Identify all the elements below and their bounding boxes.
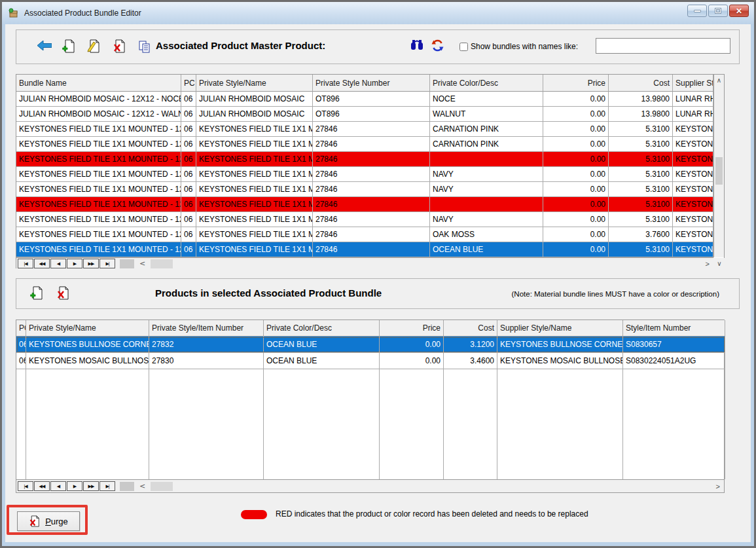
grid-cell: 0.00 — [543, 182, 609, 197]
column-header[interactable]: Private Style/Item Number — [149, 320, 264, 337]
nav-prev-fast-button[interactable]: ◀◀ — [34, 259, 50, 268]
scroll-left-icon[interactable]: < — [139, 482, 145, 490]
column-header[interactable]: Bundle Name — [16, 75, 181, 92]
grid-cell: 3.7600 — [609, 227, 673, 242]
table-row[interactable]: KEYSTONES FIELD TILE 1X1 MOUNTED - 12X12… — [16, 227, 713, 242]
grid-cell: 06 — [181, 227, 196, 242]
nav-last-button[interactable]: ▶| — [99, 481, 115, 491]
scrollbar-thumb[interactable] — [151, 259, 173, 268]
grid-cell: KEYSTONES FIELD TILE 1X1 MOU — [196, 167, 313, 182]
grid-cell: KEYSTONES — [673, 167, 713, 182]
grid-cell: 27830 — [149, 353, 264, 369]
column-header[interactable]: Price — [543, 75, 609, 92]
table-row[interactable]: KEYSTONES FIELD TILE 1X1 MOUNTED - 12X12… — [16, 152, 713, 167]
grid-cell — [149, 369, 264, 479]
add-record-icon[interactable] — [30, 286, 43, 301]
maximize-button[interactable] — [708, 5, 728, 17]
nav-prev-button[interactable]: ◀ — [50, 481, 66, 491]
column-header[interactable]: Supplier St — [673, 75, 713, 92]
grid-cell: 06 — [181, 182, 196, 197]
window-title: Associated Product Bundle Editor — [24, 9, 141, 18]
vertical-scrollbar[interactable]: ∧ — [713, 75, 724, 257]
grid-cell: 27846 — [313, 182, 430, 197]
back-icon[interactable] — [37, 41, 52, 50]
grid-cell: 06 — [181, 197, 196, 212]
purge-button[interactable]: Purge — [17, 511, 80, 531]
column-header[interactable]: Style/Item Number — [623, 320, 725, 337]
column-header[interactable]: PC — [181, 75, 196, 92]
table-row[interactable]: KEYSTONES FIELD TILE 1X1 MOUNTED - 12X12… — [16, 167, 713, 182]
nav-last-button[interactable]: ▶| — [99, 259, 115, 268]
grid-cell: S0830657 — [623, 337, 725, 353]
filter-checkbox-group: Show bundles with names like: — [459, 42, 578, 51]
grid-cell: CARNATION PINK — [430, 137, 543, 152]
master-toolbar: Associated Product Master Product: — [16, 29, 740, 64]
table-row[interactable]: 06KEYSTONES MOSAIC BULLNOSE 227830OCEAN … — [16, 353, 725, 369]
column-header[interactable]: PC — [16, 320, 26, 337]
refresh-icon[interactable] — [431, 39, 444, 52]
grid-cell: 3.4600 — [444, 353, 497, 369]
minimize-icon — [694, 10, 701, 12]
column-header[interactable]: Private Color/Desc — [264, 320, 380, 337]
table-row[interactable]: 06KEYSTONES BULLNOSE CORNER -27832OCEAN … — [16, 337, 725, 353]
grid-cell: KEYSTONES FIELD TILE 1X1 MOUNTED - 12X12 — [16, 137, 181, 152]
column-header[interactable]: Private Style/Name — [196, 75, 313, 92]
show-bundles-checkbox[interactable] — [459, 43, 468, 51]
column-header[interactable]: Cost — [609, 75, 673, 92]
grid-cell: 13.9800 — [609, 107, 673, 122]
minimize-button[interactable] — [687, 5, 707, 17]
bundle-name-filter-input[interactable] — [596, 38, 730, 54]
grid-cell: 13.9800 — [609, 92, 673, 107]
table-row[interactable]: KEYSTONES FIELD TILE 1X1 MOUNTED - 12X12… — [16, 182, 713, 197]
column-header[interactable]: Private Style Number — [313, 75, 430, 92]
grid-cell: 06 — [181, 137, 196, 152]
nav-next-button[interactable]: ▶ — [67, 259, 82, 268]
scrollbar-track[interactable] — [120, 482, 134, 491]
delete-record-icon[interactable] — [113, 39, 126, 54]
titlebar[interactable]: Associated Product Bundle Editor ✕ — [2, 2, 754, 24]
delete-record-icon[interactable] — [56, 286, 69, 301]
nav-prev-fast-button[interactable]: ◀◀ — [34, 481, 50, 491]
table-row[interactable]: KEYSTONES FIELD TILE 1X1 MOUNTED - 12X12… — [16, 212, 713, 227]
find-icon[interactable] — [410, 39, 423, 50]
copy-record-icon[interactable] — [139, 41, 151, 54]
scrollbar-thumb[interactable] — [151, 482, 173, 491]
grid-cell — [380, 369, 444, 479]
edit-record-icon[interactable] — [87, 39, 100, 54]
table-row[interactable]: KEYSTONES FIELD TILE 1X1 MOUNTED - 12X12… — [16, 242, 713, 257]
nav-first-button[interactable]: |◀ — [18, 481, 33, 491]
scrollbar-thumb[interactable] — [715, 157, 723, 185]
scroll-left-icon[interactable]: < — [139, 259, 145, 268]
table-row[interactable]: JULIAN RHOMBOID MOSAIC - 12X12 - WALNUT0… — [16, 107, 713, 122]
column-header[interactable]: Private Color/Desc — [430, 75, 543, 92]
table-row[interactable]: JULIAN RHOMBOID MOSAIC - 12X12 - NOCE06J… — [16, 92, 713, 107]
table-row[interactable]: KEYSTONES FIELD TILE 1X1 MOUNTED - 12X12… — [16, 122, 713, 137]
nav-prev-button[interactable]: ◀ — [50, 259, 66, 268]
scroll-down-icon[interactable]: ∨ — [713, 258, 725, 269]
table-row[interactable]: KEYSTONES FIELD TILE 1X1 MOUNTED - 12X12… — [16, 197, 713, 212]
column-header[interactable]: Private Style/Name — [26, 320, 149, 337]
grid-cell: 06 — [181, 107, 196, 122]
add-record-icon[interactable] — [62, 39, 75, 54]
nav-next-button[interactable]: ▶ — [67, 481, 82, 491]
grid-cell: WALNUT — [430, 107, 543, 122]
column-header[interactable]: Cost — [444, 320, 497, 337]
nav-next-fast-button[interactable]: ▶▶ — [83, 481, 99, 491]
grid-cell: 06 — [181, 122, 196, 137]
grid-cell: NAVY — [430, 167, 543, 182]
column-header[interactable]: Price — [380, 320, 444, 337]
grid-cell — [444, 369, 497, 479]
grid-cell: S0830224051A2UG — [623, 353, 725, 369]
column-header[interactable]: Supplier Style/Name — [497, 320, 623, 337]
scrollbar-track[interactable] — [120, 259, 134, 268]
nav-next-fast-button[interactable]: ▶▶ — [83, 259, 99, 268]
nav-first-button[interactable]: |◀ — [18, 259, 33, 268]
grid-cell: 5.3100 — [609, 137, 673, 152]
grid-cell: KEYSTONES BULLNOSE CORNER — [497, 337, 623, 353]
scroll-right-icon[interactable]: > — [716, 483, 720, 490]
close-button[interactable]: ✕ — [729, 5, 749, 17]
table-row[interactable]: KEYSTONES FIELD TILE 1X1 MOUNTED - 12X12… — [16, 137, 713, 152]
scroll-right-icon[interactable]: > — [706, 260, 710, 268]
scroll-up-icon[interactable]: ∧ — [714, 75, 724, 85]
grid-cell: 27846 — [313, 212, 430, 227]
